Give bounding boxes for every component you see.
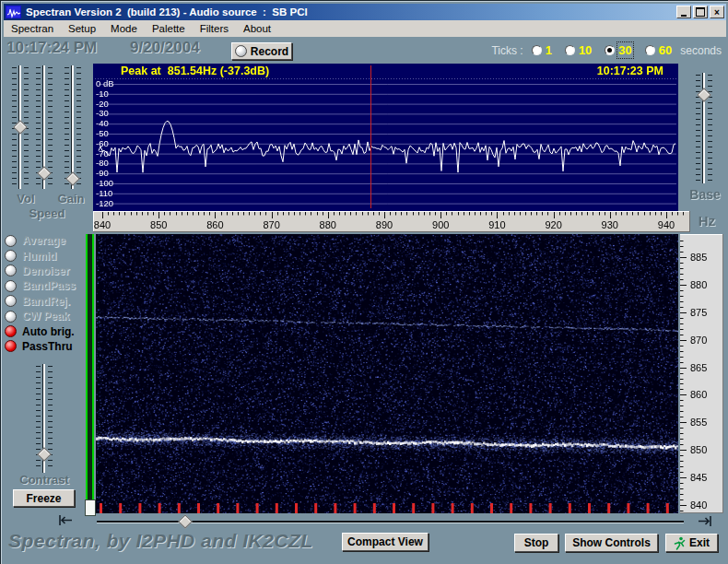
titlebar[interactable]: Spectran Version 2 (build 213) - Audio s…: [4, 4, 726, 20]
led-icon: [5, 250, 17, 262]
gain-slider-thumb[interactable]: [65, 171, 80, 186]
hz-label: Hz: [688, 213, 725, 229]
led-icon: [5, 340, 17, 352]
toggle-label: BandRej.: [22, 295, 70, 308]
toggle-label: PassThru: [22, 340, 73, 353]
credit-text: Spectran, by I2PHD and IK2CZL: [8, 530, 313, 552]
led-icon: [5, 325, 17, 337]
pan-slider-thumb[interactable]: [178, 514, 193, 529]
toggle-label: Denoiser: [22, 264, 69, 277]
led-icon: [5, 264, 17, 276]
exit-label: Exit: [689, 536, 710, 549]
toggle-passthru[interactable]: PassThru: [5, 339, 76, 354]
date-display: 9/20/2004: [130, 39, 200, 57]
freeze-button[interactable]: Freeze: [13, 489, 75, 507]
radio-icon[interactable]: [605, 45, 615, 55]
ticks-option-30[interactable]: 30: [605, 43, 631, 57]
led-icon: [5, 280, 17, 292]
toggle-auto-brig-[interactable]: Auto brig.: [5, 323, 76, 338]
spectrum-plot[interactable]: [93, 64, 678, 211]
toggle-average[interactable]: Average: [5, 233, 76, 248]
radio-icon[interactable]: [565, 45, 575, 55]
spectrum-time: 10:17:23 PM: [597, 65, 663, 77]
menu-item-mode[interactable]: Mode: [103, 21, 145, 36]
toggle-label: CW Peak: [22, 310, 69, 323]
menu-item-setup[interactable]: Setup: [61, 21, 103, 36]
compact-view-button[interactable]: Compact View: [342, 533, 429, 551]
gain-label: Gain: [52, 192, 90, 206]
level-indicator: [85, 499, 96, 516]
ticks-option-60[interactable]: 60: [645, 43, 672, 57]
ticks-label: Ticks :: [491, 44, 523, 57]
contrast-label: Contrast: [5, 473, 84, 487]
vol-slider-thumb[interactable]: [13, 120, 28, 135]
toggle-label: Humid: [22, 250, 56, 263]
speed-slider-thumb[interactable]: [37, 166, 52, 181]
toggle-bandpass[interactable]: BandPass: [5, 278, 76, 293]
frequency-ruler: [93, 211, 690, 232]
menu-item-palette[interactable]: Palette: [145, 21, 193, 36]
toggle-list: AverageHumidDenoiserBandPassBandRej.CW P…: [5, 233, 76, 354]
minimize-icon: [681, 15, 687, 17]
contrast-slider[interactable]: [36, 364, 53, 473]
exit-button[interactable]: Exit: [665, 534, 718, 552]
ticks-option-label: 1: [546, 43, 552, 57]
close-button[interactable]: ×: [710, 6, 724, 18]
vol-slider[interactable]: [12, 65, 29, 189]
base-slider-thumb[interactable]: [697, 88, 711, 102]
menu-item-filters[interactable]: Filters: [193, 21, 236, 36]
led-icon: [5, 235, 17, 247]
ticks-option-label: 30: [618, 43, 631, 57]
base-label: Base: [685, 187, 725, 202]
menu-item-about[interactable]: About: [236, 21, 278, 36]
minimize-button[interactable]: [676, 6, 691, 18]
menubar: SpectranSetupModePaletteFiltersAbout: [4, 20, 726, 37]
maximize-button[interactable]: [693, 6, 708, 18]
waveform-icon: [6, 6, 21, 18]
scroll-left-button[interactable]: [56, 513, 75, 526]
hz-ruler: [680, 234, 723, 513]
ticks-group: Ticks : 1103060 seconds: [491, 43, 722, 57]
radio-icon[interactable]: [532, 45, 542, 55]
arrow-left-bar-icon: [56, 514, 75, 526]
base-slider[interactable]: [696, 73, 712, 183]
menu-item-spectran[interactable]: Spectran: [4, 21, 61, 36]
toggle-label: BandPass: [22, 279, 76, 292]
stop-button[interactable]: Stop: [514, 534, 558, 552]
toggle-humid[interactable]: Humid: [5, 248, 76, 263]
close-icon: ×: [714, 7, 720, 18]
vol-label: Vol: [6, 192, 45, 206]
peak-readout: Peak at 851.54Hz (-37.3dB): [121, 65, 269, 77]
clock-display: 10:17:24 PM: [6, 39, 97, 57]
ticks-options: 1103060: [532, 43, 673, 57]
radio-icon[interactable]: [645, 45, 655, 55]
toggle-label: Auto brig.: [22, 325, 75, 338]
ticks-option-label: 60: [659, 43, 672, 57]
ticks-option-1[interactable]: 1: [532, 43, 552, 57]
window-title: Spectran Version 2 (build 213) - Audio s…: [26, 6, 672, 18]
app-window: Spectran Version 2 (build 213) - Audio s…: [0, 0, 728, 564]
arrow-right-bar-icon: [696, 515, 714, 527]
led-icon: [5, 295, 17, 307]
show-controls-button[interactable]: Show Controls: [565, 534, 658, 552]
ticks-option-label: 10: [579, 43, 592, 57]
waterfall-display[interactable]: [96, 234, 678, 513]
speed-label: Speed: [21, 206, 73, 220]
toggle-denoiser[interactable]: Denoiser: [5, 264, 76, 278]
maximize-icon: [696, 7, 705, 17]
contrast-slider-thumb[interactable]: [37, 447, 52, 462]
led-icon: [5, 311, 17, 323]
toggle-label: Average: [22, 234, 65, 247]
record-led-icon: [235, 45, 247, 57]
level-strip: [86, 234, 94, 499]
ticks-unit: seconds: [680, 44, 722, 57]
toggle-bandrej-[interactable]: BandRej.: [5, 294, 76, 309]
scroll-right-button[interactable]: [696, 514, 714, 527]
spectrum-panel[interactable]: Peak at 851.54Hz (-37.3dB) 10:17:23 PM: [93, 64, 678, 211]
toggle-cw-peak[interactable]: CW Peak: [5, 309, 76, 323]
ticks-option-10[interactable]: 10: [565, 43, 592, 57]
speed-slider[interactable]: [36, 65, 53, 189]
record-label: Record: [251, 45, 288, 58]
gain-slider[interactable]: [65, 65, 81, 189]
record-button[interactable]: Record: [231, 42, 292, 60]
